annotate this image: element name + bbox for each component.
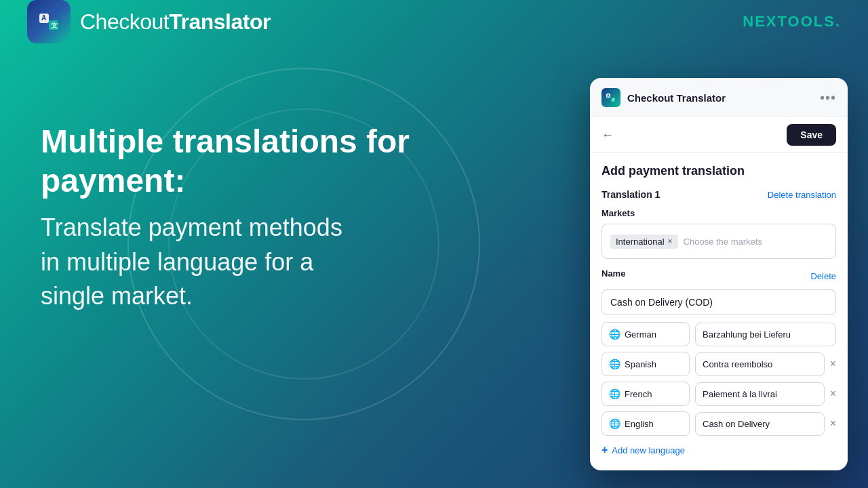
globe-icon: 🌐 [609,329,620,340]
name-header: Name Delete [601,268,836,284]
delete-name-link[interactable]: Delete [810,271,836,281]
lang-field-english: 🌐English [601,411,690,436]
save-button[interactable]: Save [787,124,836,146]
svg-text:文: 文 [612,98,615,102]
lang-name: English [625,419,654,429]
logo-icon: A 文 [27,0,71,43]
lang-row: 🌐SpanishContra reembolso× [601,352,836,376]
lang-name: Spanish [625,359,656,369]
window-menu-dots[interactable]: ••• [820,90,836,106]
hero-headline: Multiple translations for payment: [41,122,515,200]
window-title-left: A 文 Checkout Translator [601,88,726,107]
globe-icon: 🌐 [609,388,620,399]
market-tag-international: International × [610,235,678,249]
svg-text:文: 文 [51,22,58,29]
lang-name: French [625,389,652,399]
delete-translation-link[interactable]: Delete translation [768,190,836,200]
svg-text:A: A [41,14,46,22]
hero-subtext: Translate payment methods in multiple la… [41,211,515,313]
translation-header: Translation 1 Delete translation [601,189,836,200]
markets-placeholder: Choose the markets [684,237,762,247]
translation-value-spanish[interactable]: Contra reembolso [695,352,825,376]
lang-row: 🌐EnglishCash on Delivery× [601,411,836,436]
back-button[interactable]: ← [601,128,614,142]
translation-value-english[interactable]: Cash on Delivery [695,412,825,436]
remove-lang-spanish-icon[interactable]: × [830,358,836,370]
add-language-button[interactable]: + Add new language [601,441,836,459]
lang-row: 🌐FrenchPaiement à la livrai× [601,382,836,406]
add-language-label: Add new language [612,445,685,455]
svg-text:A: A [607,94,610,98]
lang-field-german: 🌐German [601,322,690,346]
markets-label: Markets [601,208,836,218]
globe-icon: 🌐 [609,359,620,369]
markets-input[interactable]: International × Choose the markets [601,224,836,259]
lang-row: 🌐GermanBarzahlung bei Lieferu [601,322,836,346]
translation-value-german[interactable]: Barzahlung bei Lieferu [695,323,836,346]
logo: A 文 CheckoutTranslator [27,0,271,43]
add-icon: + [601,444,608,456]
remove-lang-french-icon[interactable]: × [830,388,836,400]
lang-field-french: 🌐French [601,382,690,406]
window-navbar: ← Save [591,117,847,153]
translation-value-french[interactable]: Paiement à la livrai [695,382,825,406]
lang-name: German [625,329,656,340]
window-titlebar: A 文 Checkout Translator ••• [591,79,847,117]
app-window: A 文 Checkout Translator ••• ← Save Add p… [590,78,848,470]
lang-field-spanish: 🌐Spanish [601,352,690,376]
translation-label: Translation 1 [601,189,660,200]
globe-icon: 🌐 [609,418,620,429]
window-title-text: Checkout Translator [627,92,726,104]
name-label: Name [601,268,625,279]
logo-text: CheckoutTranslator [80,9,271,35]
remove-market-icon[interactable]: × [668,237,673,246]
hero-section: Multiple translations for payment: Trans… [41,122,515,313]
app-icon: A 文 [601,88,620,107]
nextools-logo: NEXTOOLS. [743,13,841,30]
page-title: Add payment translation [601,164,836,178]
language-rows: 🌐GermanBarzahlung bei Lieferu🌐SpanishCon… [601,322,836,436]
payment-name-input[interactable] [601,289,836,315]
remove-lang-english-icon[interactable]: × [830,418,836,430]
window-content: Add payment translation Translation 1 De… [591,153,847,470]
top-bar: A 文 CheckoutTranslator NEXTOOLS. [0,0,868,43]
